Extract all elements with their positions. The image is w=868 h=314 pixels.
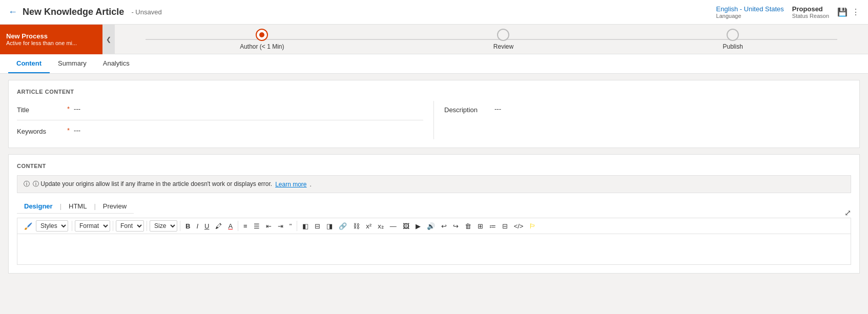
collapse-process-button[interactable]: ❮ (102, 25, 115, 54)
styles-dropdown[interactable]: Styles (36, 220, 68, 232)
info-banner: ⓘ ⓘ Update your origins allow list if an… (17, 175, 851, 193)
italic-button[interactable]: I (194, 221, 201, 232)
toolbar-sep-5 (238, 221, 238, 231)
highlight-button[interactable]: 🖍 (213, 221, 224, 232)
format-dropdown[interactable]: Format (75, 220, 110, 232)
process-step-publish[interactable]: Publish (722, 29, 742, 50)
process-bar: New Process Active for less than one mi.… (0, 25, 868, 54)
toolbar-sep-1 (72, 221, 72, 231)
process-steps: Author (< 1 Min) Review Publish (115, 29, 868, 50)
content-editor-card: CONTENT ⓘ ⓘ Update your origins allow li… (8, 154, 860, 274)
new-process-sub: Active for less than one mi... (6, 40, 96, 46)
main-content: ARTICLE CONTENT Title * --- Keywords * -… (0, 74, 868, 280)
save-icon[interactable]: 💾 (837, 7, 848, 17)
insert-table-button[interactable]: ⊞ (475, 221, 486, 232)
tab-content[interactable]: Content (8, 54, 50, 73)
underline-button[interactable]: U (202, 221, 212, 232)
align-right-button[interactable]: ◨ (324, 221, 335, 232)
right-fields: Description --- (434, 101, 851, 139)
insert-video-button[interactable]: ▶ (413, 221, 423, 232)
article-content-card: ARTICLE CONTENT Title * --- Keywords * -… (8, 80, 860, 148)
title-value[interactable]: --- (74, 105, 80, 113)
increase-indent-button[interactable]: ⇥ (275, 221, 286, 232)
field-divider-1 (17, 120, 423, 120)
title-required: * (67, 105, 70, 113)
description-label: Description (444, 105, 490, 114)
description-value[interactable]: --- (494, 105, 501, 113)
unordered-list-button[interactable]: ⊟ (500, 221, 510, 232)
more-options-icon[interactable]: ⋮ (852, 7, 860, 17)
insert-code-button[interactable]: </> (511, 221, 526, 232)
learn-more-link[interactable]: Learn more (275, 181, 306, 188)
toolbar-sep-4 (180, 221, 180, 231)
title-label: Title (17, 105, 63, 114)
font-dropdown[interactable]: Font (116, 220, 144, 232)
step-label-review: Review (493, 43, 513, 50)
editor-toolbar: 🖌️ Styles Format Font Size B I U 🖍 A (17, 218, 851, 234)
blockquote-button[interactable]: " (287, 221, 295, 232)
new-process-badge: New Process Active for less than one mi.… (0, 25, 102, 54)
paint-bucket-button[interactable]: 🏳 (527, 221, 539, 232)
keywords-value[interactable]: --- (74, 127, 80, 134)
editor-tab-preview[interactable]: Preview (96, 199, 134, 213)
header-right: English - United States Language Propose… (716, 5, 860, 19)
font-color-button[interactable]: A (225, 221, 235, 232)
tab-analytics[interactable]: Analytics (95, 54, 138, 73)
redo-button[interactable]: ↪ (450, 221, 461, 232)
align-center-button[interactable]: ⊟ (312, 221, 323, 232)
size-dropdown[interactable]: Size (150, 220, 177, 232)
back-arrow-icon[interactable]: ← (8, 7, 17, 17)
strikethrough-button[interactable]: — (387, 221, 399, 232)
toolbar-sep-2 (113, 221, 113, 231)
language-link[interactable]: English - United States (716, 5, 784, 13)
status-sub-label: Status Reason (792, 13, 829, 19)
left-fields: Title * --- Keywords * --- (17, 101, 434, 139)
clear-all-button[interactable]: 🗑 (462, 221, 474, 232)
toolbar-sep-6 (297, 221, 297, 231)
editor-tab-designer[interactable]: Designer (17, 199, 60, 213)
keywords-field-row: Keywords * --- (17, 122, 423, 139)
link-button[interactable]: 🔗 (336, 221, 349, 232)
keywords-label: Keywords (17, 127, 63, 135)
language-sub-label: Language (716, 13, 784, 19)
new-process-title: New Process (6, 32, 96, 40)
keywords-required: * (67, 127, 70, 134)
toolbar-sep-3 (147, 221, 147, 231)
decrease-indent-button[interactable]: ⇤ (263, 221, 274, 232)
toolbar-clear-format-button[interactable]: 🖌️ (22, 221, 35, 232)
tab-summary[interactable]: Summary (50, 54, 95, 73)
title-field-row: Title * --- (17, 101, 423, 118)
page-title: New Knowledge Article (23, 7, 124, 17)
align-justify-button[interactable]: ☰ (251, 221, 262, 232)
header-left: ← New Knowledge Article - Unsaved (8, 7, 162, 17)
expand-editor-icon[interactable]: ⤢ (844, 208, 851, 218)
article-fields-grid: Title * --- Keywords * --- Description -… (17, 101, 851, 139)
ordered-list-button[interactable]: ≔ (487, 221, 499, 232)
info-icon: ⓘ (24, 180, 30, 189)
description-field-row: Description --- (444, 101, 851, 118)
process-step-author[interactable]: Author (< 1 Min) (240, 29, 284, 50)
header: ← New Knowledge Article - Unsaved Englis… (0, 0, 868, 25)
content-section-title: CONTENT (17, 163, 851, 169)
subscript-button[interactable]: x₂ (375, 221, 386, 232)
unsaved-label: - Unsaved (131, 8, 161, 16)
superscript-button[interactable]: x² (363, 221, 374, 232)
process-step-review[interactable]: Review (493, 29, 513, 50)
step-circle-publish (727, 29, 739, 41)
status-label: Proposed (792, 5, 823, 13)
insert-audio-button[interactable]: 🔊 (424, 221, 438, 232)
insert-image-button[interactable]: 🖼 (400, 221, 412, 232)
align-left2-button[interactable]: ◧ (300, 221, 311, 232)
step-label-publish: Publish (722, 43, 742, 50)
article-content-title: ARTICLE CONTENT (17, 89, 851, 95)
align-left-button[interactable]: ≡ (241, 221, 250, 232)
bold-button[interactable]: B (183, 221, 193, 232)
undo-button[interactable]: ↩ (439, 221, 449, 232)
step-circle-author (256, 29, 268, 41)
editor-body[interactable] (17, 234, 851, 265)
editor-tab-html[interactable]: HTML (61, 199, 94, 213)
language-section: English - United States Language (716, 5, 784, 19)
main-tabs: Content Summary Analytics (0, 54, 868, 74)
unlink-button[interactable]: ⛓ (350, 221, 362, 232)
header-icons: 💾 ⋮ (837, 7, 860, 17)
